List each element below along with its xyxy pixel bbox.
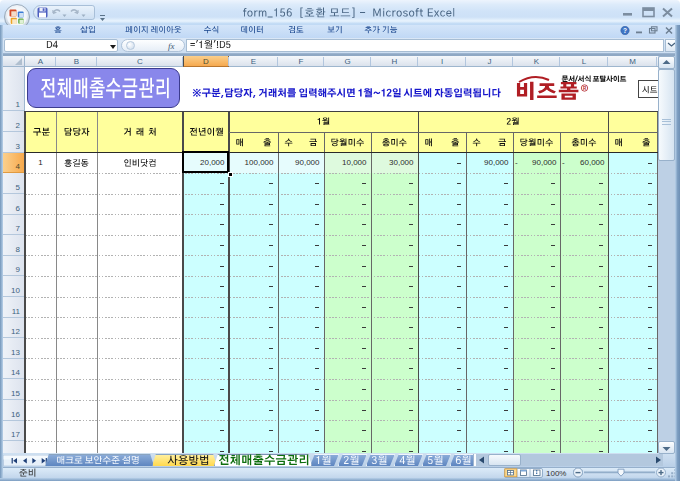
svg-text:fx: fx bbox=[168, 41, 175, 51]
